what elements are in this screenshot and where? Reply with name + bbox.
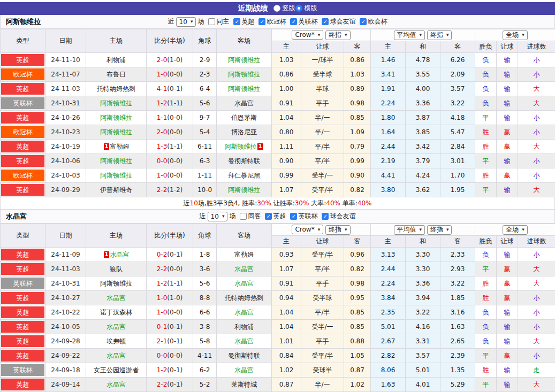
chevron-down-icon: ▾	[420, 227, 422, 232]
odds-source-select[interactable]: Crow*▾	[292, 225, 323, 234]
league-type-cell: 欧冠杯	[1, 67, 45, 82]
away-team: 水晶宫	[217, 96, 272, 111]
odds-handicap: 平手	[301, 276, 344, 291]
checkbox-unchecked-icon	[208, 18, 215, 25]
away-team-name: 拜仁慕尼黑	[228, 172, 260, 179]
result-goals: 小	[518, 67, 555, 82]
odds-home: 1.11	[272, 140, 301, 154]
match-date: 24-09-18	[45, 363, 86, 378]
match-score: 1-0(0-0)	[147, 67, 193, 82]
avg-home-odds: 1.46	[371, 53, 406, 67]
league-filter-checkbox[interactable]: ✓欧冠杯	[259, 17, 286, 26]
home-team: 阿斯顿维拉	[86, 125, 147, 140]
fulltime-score: 1-2	[157, 366, 168, 374]
corner-count: 3-8	[193, 320, 217, 334]
halftime-score: (0-1)	[167, 381, 183, 388]
odds-handicap: 平/半	[301, 305, 344, 320]
league-filter-checkbox[interactable]: ✓英联杯	[290, 17, 317, 26]
result-handicap: 赢	[497, 140, 518, 154]
match-score: 2-2(0-1)	[147, 378, 193, 392]
league-type-cell: 英超	[1, 320, 45, 334]
avg-source-select[interactable]: 平均值▾	[394, 30, 425, 40]
chevron-down-icon: ▾	[420, 33, 422, 37]
same-venue-checkbox[interactable]: 同主	[208, 17, 229, 26]
summary-stat-value: 40%	[326, 199, 340, 207]
filter-bar: 近10▾场同主✓英超✓欧冠杯✓英联杯✓球会友谊✓欧会杯	[168, 17, 387, 27]
league-badge: 英超	[1, 321, 44, 333]
corner-count: 5-4	[193, 125, 217, 140]
home-team: 布鲁日	[86, 67, 147, 82]
league-filter-checkbox[interactable]: ✓英超	[265, 212, 286, 221]
result-outcome-value: 平	[483, 265, 489, 273]
result-goals: 小	[518, 349, 555, 363]
league-filter-checkbox[interactable]: ✓球会友谊	[322, 17, 355, 26]
table-row: 英超24-10-22诺丁汉森林1-0(0-0)6-6水晶宫1.04平/半0.85…	[1, 305, 555, 320]
away-team: 伯恩茅斯	[217, 111, 272, 125]
result-outcome: 胜	[475, 125, 497, 140]
odds-final-select[interactable]: 终指▾	[325, 225, 351, 235]
result-handicap-value: 赢	[504, 128, 511, 136]
result-goals-value: 小	[534, 157, 540, 165]
odds-handicap: 平/半	[301, 262, 344, 276]
league-filter-checkbox-label: 球会友谊	[330, 17, 355, 26]
match-score: 1-3(1-1)	[147, 140, 193, 154]
odds-final-select[interactable]: 终指▾	[325, 30, 351, 40]
halftime-score: (0-0)	[167, 114, 183, 121]
col-header-odds-away: 客	[344, 41, 371, 53]
avg-away-odds: 1.63	[440, 320, 475, 334]
league-filter-checkbox[interactable]: ✓英超	[233, 17, 254, 26]
match-date: 24-11-03	[45, 262, 86, 276]
avg-home-odds: 1.64	[371, 125, 406, 140]
avg-draw-odds: 5.01	[406, 363, 440, 378]
col-header-avg-draw: 和	[406, 41, 440, 53]
result-handicap: 输	[497, 154, 518, 168]
checkbox-checked-icon: ✓	[322, 213, 329, 220]
away-team-name: 水晶宫	[234, 265, 254, 273]
radio-label: 竖版	[283, 4, 295, 13]
avg-final-select[interactable]: 终指▾	[427, 225, 452, 235]
halftime-score: (0-0)	[167, 128, 183, 136]
away-team-name: 水晶宫	[234, 99, 254, 107]
same-venue-checkbox[interactable]: 同客	[240, 212, 261, 221]
result-outcome: 负	[475, 305, 497, 320]
home-team: 伊普斯维奇	[86, 183, 147, 197]
avg-final-select[interactable]: 终指▾	[427, 30, 452, 40]
match-date: 24-10-31	[45, 276, 86, 291]
odds-away: 0.85	[344, 111, 371, 125]
league-filter-checkbox-label: 球会友谊	[330, 212, 355, 221]
away-team: 阿斯顿维拉	[217, 82, 272, 96]
result-outcome-value: 平	[483, 352, 489, 359]
red-card-badge: 1	[104, 251, 110, 258]
result-goals: 小	[518, 53, 555, 67]
league-filter-checkbox[interactable]: ✓球会友谊	[322, 212, 355, 221]
result-handicap: 赢	[497, 168, 518, 183]
radio-selected-icon	[295, 5, 302, 12]
home-team-name: 布鲁日	[107, 71, 126, 78]
away-team-name: 阿斯顿维拉	[228, 56, 260, 64]
radio-horizontal-layout[interactable]: 横版	[295, 4, 317, 13]
chevron-down-icon: ▾	[318, 33, 321, 37]
games-count-select[interactable]: 10▾	[208, 212, 228, 221]
result-goals: 小	[518, 125, 555, 140]
odds-source-select[interactable]: Crow*▾	[292, 30, 323, 40]
league-filter-checkbox[interactable]: ✓欧会杯	[360, 17, 387, 26]
result-goals-value: 大	[534, 381, 540, 388]
league-filter-checkbox[interactable]: ✓英联杯	[290, 212, 317, 221]
result-outcome-value: 胜	[483, 366, 489, 374]
halftime-score: (1-1)	[167, 280, 183, 287]
fulltime-score: 1-3	[157, 143, 168, 150]
home-team: 利物浦	[86, 53, 147, 67]
league-type-cell: 英超	[1, 154, 45, 168]
fulltime-select[interactable]: 全场▾	[503, 30, 528, 40]
checkbox-checked-icon: ✓	[360, 18, 367, 25]
fulltime-select[interactable]: 全场▾	[503, 225, 528, 235]
avg-away-odds: 2.39	[440, 349, 475, 363]
avg-source-select[interactable]: 平均值▾	[394, 225, 425, 235]
odds-handicap: 受半/一	[301, 168, 344, 183]
avg-home-odds: 2.82	[371, 349, 406, 363]
avg-draw-odds: 3.55	[406, 67, 440, 82]
avg-away-odds: 1.85	[440, 291, 475, 305]
radio-vertical-layout[interactable]: 竖版	[273, 4, 295, 13]
games-count-select[interactable]: 10▾	[176, 17, 196, 27]
home-team: 诺丁汉森林	[86, 305, 147, 320]
